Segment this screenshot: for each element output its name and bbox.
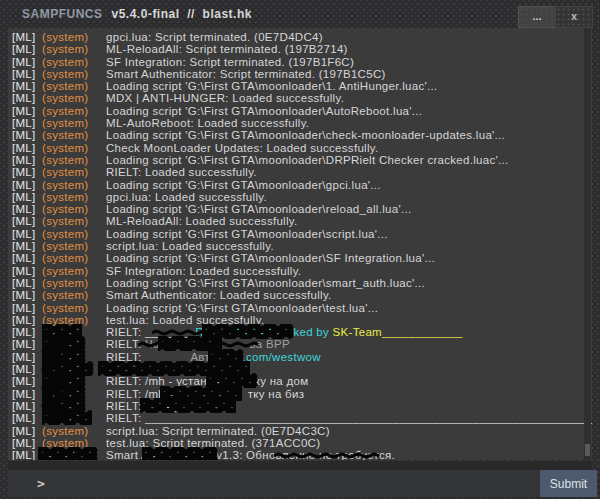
log-segment-ml: [ML] [12, 314, 42, 326]
log-line: [ML] (system) Loading script 'G:\First G… [12, 129, 592, 141]
log-segment-ml: [ML] [12, 43, 42, 55]
log-segment-ml: [ML] [12, 363, 42, 375]
log-line: [ML] (script) RIELT: /mh - установи ку н… [12, 375, 592, 387]
log-segment-script: (script) [42, 351, 106, 363]
log-segment-text: Smart Authenticator v1.3: Обновление не … [106, 449, 395, 460]
log-segment-ml: [ML] [12, 154, 42, 166]
log-segment-text: RIELT: /mb - установи тку на биз [106, 388, 304, 400]
log-scrollbar[interactable] [584, 28, 591, 460]
log-segment-script: (script) [42, 449, 106, 460]
submit-button[interactable]: Submit [540, 470, 597, 497]
log-line: [ML] (system) Loading script 'G:\First G… [12, 154, 592, 166]
log-segment-ml: [ML] [12, 449, 42, 460]
log-segment-system: (system) [42, 191, 106, 203]
log-segment-script: (script) [42, 412, 106, 424]
log-line: [ML] (script) RIELT: /mr - у тку [12, 400, 592, 412]
log-line: [ML] (system) Loading script 'G:\First G… [12, 179, 592, 191]
log-segment-system: (system) [42, 289, 106, 301]
log-line: [ML] (script) RIELT: [12, 363, 592, 375]
log-segment-text: Loading script 'G:\First GTA\moonloader\… [106, 105, 422, 117]
log-segment-grey: Автор: [190, 351, 230, 363]
log-segment-system: (system) [42, 166, 106, 178]
log-segment-system: (system) [42, 252, 106, 264]
log-segment-cyan: RIELT DRP - Cracked by [195, 326, 332, 338]
log-segment-ml: [ML] [12, 326, 42, 338]
log-segment-text: gpci.lua: Loaded successfully. [106, 191, 267, 203]
log-segment-system: (system) [42, 117, 106, 129]
log-segment-cyan: vk.com/westwow [230, 351, 320, 363]
log-segment-text: Loading script 'G:\First GTA\moonloader\… [106, 203, 411, 215]
log-segment-text: RIELT: /mr - у тку [106, 400, 232, 412]
log-segment-ml: [ML] [12, 252, 42, 264]
log-segment-text: Loading script 'G:\First GTA\moonloader\… [106, 154, 509, 166]
log-segment-text: gpci.lua: Script terminated. (0E7D4DC4) [106, 31, 323, 43]
log-line: [ML] (system) Loading script 'G:\First G… [12, 203, 592, 215]
log-segment-text: script.lua: Loaded successfully. [106, 240, 274, 252]
log-segment-system: (system) [42, 425, 106, 437]
log-segment-ml: [ML] [12, 437, 42, 449]
log-segment-ml: [ML] [12, 68, 42, 80]
log-segment-text: RIELT: /mh - установи ку на дом [106, 375, 308, 387]
log-segment-system: (system) [42, 265, 106, 277]
log-line: [ML] (system) Loading script 'G:\First G… [12, 105, 592, 117]
app-name: SAMPFUNCS [22, 7, 103, 21]
panel-gap [8, 461, 592, 470]
log-segment-text: Smart Authenticator: Loaded successfully… [106, 289, 332, 301]
log-segment-text: Loading script 'G:\First GTA\moonloader\… [106, 302, 378, 314]
log-line: [ML] (script) RIELT: ___________________… [12, 412, 592, 424]
log-line: [ML] (system) test.lua: Script terminate… [12, 437, 592, 449]
log-segment-text: ML-ReloadAll: Loaded successfully. [106, 215, 298, 227]
log-line: [ML] (system) script.lua: Script termina… [12, 425, 592, 437]
log-segment-text: Check MoonLoader Updates: Loaded success… [106, 142, 379, 154]
log-segment-script: (script) [42, 375, 106, 387]
log-line: [ML] (script) Smart Authenticator v1.3: … [12, 449, 592, 460]
log-segment-ml: [ML] [12, 215, 42, 227]
log-segment-system: (system) [42, 92, 106, 104]
log-segment-system: (system) [42, 31, 106, 43]
log-segment-ml: [ML] [12, 191, 42, 203]
log-scrollbar-thumb[interactable] [585, 444, 590, 456]
log-segment-ml: [ML] [12, 388, 42, 400]
close-button[interactable]: x [555, 6, 593, 28]
log-segment-ml: [ML] [12, 338, 42, 350]
more-button[interactable]: ... [518, 6, 556, 28]
log-segment-text: Smart Authenticator: Script terminated. … [106, 68, 386, 80]
command-input[interactable] [53, 470, 592, 497]
log-segment-text: Loading script 'G:\First GTA\moonloader\… [106, 80, 438, 92]
log-segment-ml: [ML] [12, 31, 42, 43]
log-segment-system: (system) [42, 228, 106, 240]
log-segment-text: SF Integration: Loaded successfully. [106, 265, 301, 277]
log-segment-ml: [ML] [12, 105, 42, 117]
log-segment-ml: [ML] [12, 80, 42, 92]
log-segment-system: (system) [42, 240, 106, 252]
log-line: [ML] (script) RIELT: Чаве ва ВРР [12, 338, 592, 350]
log-line: [ML] (script) RIELT: Автор: vk.com/westw… [12, 351, 592, 363]
log-segment-text: RIELT: [106, 338, 145, 350]
log-segment-text: RIELT: Loaded successfully. [106, 166, 257, 178]
title-bar: SAMPFUNCS v5.4.0-final // blast.hk ... x [0, 0, 600, 27]
log-segment-text: RIELT: _________________________________… [106, 412, 592, 424]
log-line: [ML] (system) SF Integration: Loaded suc… [12, 265, 592, 277]
log-segment-system: (system) [42, 437, 106, 449]
prompt-chevron-icon: > [8, 476, 45, 491]
log-segment-yellow: SK-Team____________ [333, 326, 463, 338]
log-segment-text: RIELT: [106, 351, 190, 363]
log-line: [ML] (system) Loading script 'G:\First G… [12, 252, 592, 264]
log-segment-system: (system) [42, 179, 106, 191]
log-segment-script: (script) [42, 338, 106, 350]
log-segment-text: script.lua: Script terminated. (0E7D4C3C… [106, 425, 330, 437]
log-segment-system: (system) [42, 142, 106, 154]
log-segment-ml: [ML] [12, 425, 42, 437]
log-line: [ML] (system) Loading script 'G:\First G… [12, 277, 592, 289]
log-segment-ml: [ML] [12, 228, 42, 240]
log-line: [ML] (system) RIELT: Loaded successfully… [12, 166, 592, 178]
log-segment-system: (system) [42, 129, 106, 141]
log-segment-text: Loading script 'G:\First GTA\moonloader\… [106, 228, 388, 240]
log-panel: [ML] (system) gpci.lua: Script terminate… [8, 28, 592, 460]
log-segment-ml: [ML] [12, 375, 42, 387]
log-line: [ML] (system) MDX | ANTI-HUNGER: Loaded … [12, 92, 592, 104]
log-segment-ml: [ML] [12, 400, 42, 412]
log-line: [ML] (system) ML-ReloadAll: Script termi… [12, 43, 592, 55]
log-segment-text: RIELT: [106, 363, 145, 375]
log-segment-script: (script) [42, 388, 106, 400]
